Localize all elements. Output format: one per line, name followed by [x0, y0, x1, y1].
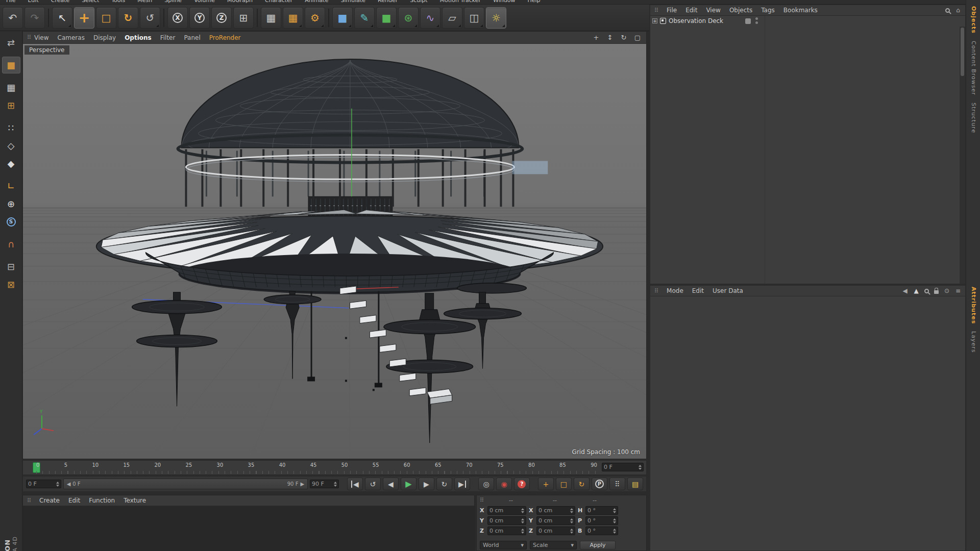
slider-right-arrow-icon[interactable]: ▶	[300, 481, 304, 487]
texture-mode-button[interactable]: ▦	[2, 79, 20, 96]
Panel[interactable]: Panel	[184, 34, 200, 41]
polygons-mode-button[interactable]: ◆	[2, 155, 20, 172]
Content Browser[interactable]: Content Browser	[970, 41, 977, 95]
size-field[interactable]: 0 cm	[536, 506, 575, 515]
spinner-icon[interactable]	[570, 518, 573, 523]
viewport-canvas[interactable]: Y Perspective Grid Spacing : 100 cm	[23, 44, 646, 459]
live-selection-tool[interactable]: ↖	[52, 7, 72, 29]
size-field[interactable]: 0 cm	[536, 516, 575, 525]
track-icon[interactable]: ⊙	[944, 287, 950, 294]
play-button[interactable]: ▶	[401, 478, 416, 490]
spline-pen-button[interactable]: ✎	[354, 7, 375, 29]
last-used-tool[interactable]: ↺	[140, 7, 160, 29]
object-label[interactable]: Observation Deck	[669, 17, 723, 24]
slider-left-arrow-icon[interactable]: ◀	[67, 481, 71, 487]
rotation-field[interactable]: 0 °	[585, 527, 618, 535]
loop-mode-button[interactable]: ↻	[436, 478, 452, 490]
main-menu-item[interactable]: Select	[82, 0, 99, 4]
light-object-button[interactable]: ☼	[486, 7, 506, 29]
main-menu-item[interactable]: Tools	[111, 0, 125, 4]
model-mode-button[interactable]: ■	[2, 57, 20, 73]
expand-icon[interactable]: +	[652, 18, 657, 23]
key-pla-toggle[interactable]: P	[592, 478, 607, 490]
Filter[interactable]: Filter	[160, 34, 176, 41]
search-icon[interactable]	[945, 8, 950, 13]
attribute-manager-menu-item[interactable]: User Data	[713, 287, 743, 294]
object-manager-menu-item[interactable]: Edit	[685, 7, 697, 14]
render-settings-button[interactable]: ⚙	[305, 7, 325, 29]
main-menu-item[interactable]: Spline	[164, 0, 182, 4]
main-menu-item[interactable]: Character	[265, 0, 292, 4]
material-menu-item[interactable]: Edit	[68, 497, 80, 504]
search-icon[interactable]	[924, 289, 929, 293]
start-frame-field[interactable]: 0 F	[26, 480, 61, 488]
object-manager-menu-item[interactable]: Bookmarks	[783, 7, 818, 14]
axis-mode-button[interactable]: ∟	[2, 178, 20, 194]
view-label[interactable]: Perspective	[24, 45, 69, 55]
scrollbar-thumb[interactable]	[961, 28, 964, 76]
timeline-slider[interactable]: ◀ 0 F 90 F ▶	[63, 479, 308, 489]
main-menu-item[interactable]: Create	[51, 0, 70, 4]
end-frame-field[interactable]: 90 F	[310, 480, 339, 488]
View[interactable]: View	[34, 34, 48, 41]
subdivision-surface-button[interactable]: ■	[376, 7, 397, 29]
scale-mode-select[interactable]: Scale ▾	[530, 541, 577, 549]
spinner-icon[interactable]	[570, 508, 573, 513]
spinner-icon[interactable]	[613, 508, 616, 513]
pointer-icon[interactable]: ▲	[913, 287, 919, 294]
undo-button[interactable]: ↶	[3, 7, 23, 29]
autokey-button[interactable]: ◉	[496, 478, 512, 490]
position-field[interactable]: 0 cm	[487, 506, 526, 515]
material-menu-item[interactable]: Texture	[124, 497, 146, 504]
main-menu-item[interactable]: Volume	[194, 0, 215, 4]
workplane-lock-button[interactable]: ⊟	[2, 258, 20, 275]
material-menu-item[interactable]: Create	[39, 497, 60, 504]
attribute-manager-menu-item[interactable]: Mode	[667, 287, 683, 294]
play-backwards-button[interactable]: ↺	[365, 478, 381, 490]
render-view-button[interactable]: ▦	[261, 7, 281, 29]
key-rotation-toggle[interactable]: ↻	[574, 478, 590, 490]
size-field[interactable]: 0 cm	[536, 527, 575, 535]
object-manager-menu-item[interactable]: File	[667, 7, 677, 14]
timeline-ruler[interactable]: 051015202530354045505560657075808590 0 F	[22, 460, 647, 475]
main-menu-item[interactable]: Sculpt	[410, 0, 427, 4]
Structure[interactable]: Structure	[970, 103, 977, 133]
object-manager-menu-item[interactable]: Tags	[761, 7, 775, 14]
lock-icon[interactable]	[934, 290, 939, 294]
timeline-layout-button[interactable]: ▤	[627, 478, 643, 490]
goto-start-button[interactable]: ◀	[347, 478, 363, 490]
spinner-icon[interactable]	[521, 518, 524, 523]
material-menu-item[interactable]: Function	[89, 497, 115, 504]
viewport-solo-button[interactable]: S	[2, 213, 20, 230]
goto-end-button[interactable]: ▶	[454, 478, 470, 490]
spinner-icon[interactable]	[570, 529, 573, 534]
panel-menu-icon[interactable]: ≡	[955, 287, 961, 294]
visibility-dots-icon[interactable]	[755, 17, 758, 20]
tweak-mode-button[interactable]: ⊕	[2, 195, 20, 212]
deformer-button[interactable]: ∿	[420, 7, 440, 29]
main-menu-item[interactable]: Motion Tracker	[440, 0, 481, 4]
rotate-view-icon[interactable]: ↻	[619, 33, 628, 42]
toggle-view-icon[interactable]: ▢	[633, 33, 642, 42]
main-menu-item[interactable]: File	[6, 0, 15, 4]
Cameras[interactable]: Cameras	[58, 34, 85, 41]
object-manager-menu-item[interactable]: Objects	[729, 7, 752, 14]
rotation-field[interactable]: 0 °	[585, 516, 618, 525]
texture-axis-mode-button[interactable]: ⊞	[2, 97, 20, 114]
points-mode-button[interactable]: ∷	[2, 119, 20, 136]
attribute-manager-menu-item[interactable]: Edit	[692, 287, 704, 294]
coordinate-space-select[interactable]: World ▾	[480, 541, 527, 549]
home-icon[interactable]: ⌂	[955, 7, 961, 14]
redo-button[interactable]: ↷	[24, 7, 45, 29]
object-manager-menu-item[interactable]: View	[706, 7, 720, 14]
Display[interactable]: Display	[93, 34, 116, 41]
spinner-icon[interactable]	[639, 465, 642, 470]
rotate-tool[interactable]: ↻	[118, 7, 138, 29]
main-menu-item[interactable]: Mesh	[137, 0, 152, 4]
main-menu-item[interactable]: Window	[493, 0, 515, 4]
floor-environment-button[interactable]: ▱	[442, 7, 462, 29]
snap-enable-button[interactable]: ∩	[2, 236, 20, 253]
material-list[interactable]	[23, 506, 474, 551]
render-picture-viewer-button[interactable]: ▦	[283, 7, 303, 29]
position-field[interactable]: 0 cm	[487, 516, 526, 525]
